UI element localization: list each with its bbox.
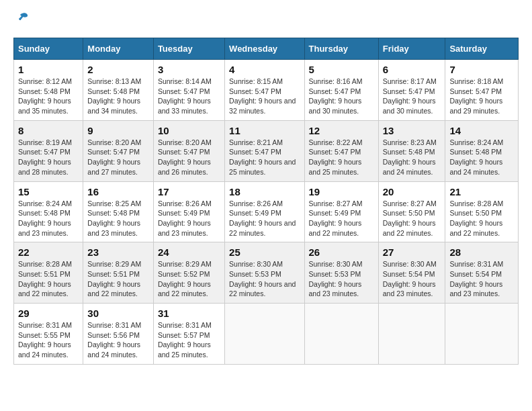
calendar-table: SundayMondayTuesdayWednesdayThursdayFrid… bbox=[13, 38, 519, 365]
day-number: 9 bbox=[87, 125, 149, 136]
day-number: 3 bbox=[158, 64, 220, 75]
day-info: Sunrise: 8:27 AM Sunset: 5:49 PM Dayligh… bbox=[309, 199, 374, 238]
day-number: 11 bbox=[229, 125, 300, 136]
day-number: 14 bbox=[449, 125, 514, 136]
day-info: Sunrise: 8:27 AM Sunset: 5:50 PM Dayligh… bbox=[383, 199, 441, 238]
week-row: 15Sunrise: 8:24 AM Sunset: 5:48 PM Dayli… bbox=[14, 181, 519, 242]
day-info: Sunrise: 8:31 AM Sunset: 5:57 PM Dayligh… bbox=[158, 320, 220, 360]
page-header bbox=[13, 13, 519, 32]
day-number: 6 bbox=[383, 64, 441, 75]
day-number: 7 bbox=[449, 64, 514, 75]
calendar-cell bbox=[225, 304, 304, 365]
week-row: 29Sunrise: 8:31 AM Sunset: 5:55 PM Dayli… bbox=[14, 304, 519, 365]
calendar-cell: 15Sunrise: 8:24 AM Sunset: 5:48 PM Dayli… bbox=[14, 181, 83, 242]
day-info: Sunrise: 8:25 AM Sunset: 5:48 PM Dayligh… bbox=[87, 199, 149, 238]
week-row: 22Sunrise: 8:28 AM Sunset: 5:51 PM Dayli… bbox=[14, 242, 519, 304]
calendar-cell: 17Sunrise: 8:26 AM Sunset: 5:49 PM Dayli… bbox=[153, 181, 224, 242]
day-number: 5 bbox=[309, 64, 374, 75]
day-number: 10 bbox=[158, 125, 220, 136]
day-info: Sunrise: 8:31 AM Sunset: 5:54 PM Dayligh… bbox=[449, 259, 514, 299]
day-info: Sunrise: 8:17 AM Sunset: 5:47 PM Dayligh… bbox=[383, 77, 441, 116]
calendar-cell: 13Sunrise: 8:23 AM Sunset: 5:48 PM Dayli… bbox=[378, 120, 445, 181]
day-number: 26 bbox=[309, 246, 374, 258]
day-info: Sunrise: 8:20 AM Sunset: 5:47 PM Dayligh… bbox=[158, 138, 220, 177]
calendar-body: 1Sunrise: 8:12 AM Sunset: 5:48 PM Daylig… bbox=[14, 60, 519, 365]
column-header-monday: Monday bbox=[83, 38, 154, 60]
day-number: 2 bbox=[87, 64, 149, 75]
day-info: Sunrise: 8:28 AM Sunset: 5:50 PM Dayligh… bbox=[449, 199, 514, 238]
calendar-cell: 14Sunrise: 8:24 AM Sunset: 5:48 PM Dayli… bbox=[445, 120, 519, 181]
day-number: 31 bbox=[158, 308, 220, 319]
calendar-cell: 5Sunrise: 8:16 AM Sunset: 5:47 PM Daylig… bbox=[304, 60, 378, 121]
day-number: 1 bbox=[18, 64, 79, 75]
day-info: Sunrise: 8:31 AM Sunset: 5:55 PM Dayligh… bbox=[18, 320, 79, 360]
day-info: Sunrise: 8:28 AM Sunset: 5:51 PM Dayligh… bbox=[18, 259, 79, 299]
calendar-cell: 23Sunrise: 8:29 AM Sunset: 5:51 PM Dayli… bbox=[83, 242, 154, 304]
day-number: 23 bbox=[87, 246, 149, 258]
calendar-cell: 24Sunrise: 8:29 AM Sunset: 5:52 PM Dayli… bbox=[153, 242, 224, 304]
calendar-cell: 9Sunrise: 8:20 AM Sunset: 5:47 PM Daylig… bbox=[83, 120, 154, 181]
calendar-cell: 20Sunrise: 8:27 AM Sunset: 5:50 PM Dayli… bbox=[378, 181, 445, 242]
column-header-wednesday: Wednesday bbox=[225, 38, 304, 60]
calendar-cell: 10Sunrise: 8:20 AM Sunset: 5:47 PM Dayli… bbox=[153, 120, 224, 181]
day-info: Sunrise: 8:19 AM Sunset: 5:47 PM Dayligh… bbox=[18, 138, 79, 177]
day-info: Sunrise: 8:31 AM Sunset: 5:56 PM Dayligh… bbox=[87, 320, 149, 360]
day-number: 15 bbox=[18, 186, 79, 197]
column-header-tuesday: Tuesday bbox=[153, 38, 224, 60]
calendar-cell: 4Sunrise: 8:15 AM Sunset: 5:47 PM Daylig… bbox=[225, 60, 304, 121]
day-info: Sunrise: 8:18 AM Sunset: 5:47 PM Dayligh… bbox=[449, 77, 514, 116]
day-info: Sunrise: 8:13 AM Sunset: 5:48 PM Dayligh… bbox=[87, 77, 149, 116]
calendar-cell: 12Sunrise: 8:22 AM Sunset: 5:47 PM Dayli… bbox=[304, 120, 378, 181]
calendar-cell: 18Sunrise: 8:26 AM Sunset: 5:49 PM Dayli… bbox=[225, 181, 304, 242]
calendar-cell: 25Sunrise: 8:30 AM Sunset: 5:53 PM Dayli… bbox=[225, 242, 304, 304]
day-number: 8 bbox=[18, 125, 79, 136]
header-row: SundayMondayTuesdayWednesdayThursdayFrid… bbox=[14, 38, 519, 60]
column-header-saturday: Saturday bbox=[445, 38, 519, 60]
calendar-cell bbox=[445, 304, 519, 365]
day-info: Sunrise: 8:22 AM Sunset: 5:47 PM Dayligh… bbox=[309, 138, 374, 177]
day-info: Sunrise: 8:16 AM Sunset: 5:47 PM Dayligh… bbox=[309, 77, 374, 116]
day-info: Sunrise: 8:30 AM Sunset: 5:54 PM Dayligh… bbox=[383, 259, 441, 299]
day-info: Sunrise: 8:21 AM Sunset: 5:47 PM Dayligh… bbox=[229, 138, 300, 177]
logo-bird-icon bbox=[15, 11, 30, 26]
calendar-cell bbox=[378, 304, 445, 365]
day-info: Sunrise: 8:24 AM Sunset: 5:48 PM Dayligh… bbox=[18, 199, 79, 238]
day-info: Sunrise: 8:24 AM Sunset: 5:48 PM Dayligh… bbox=[449, 138, 514, 177]
calendar-cell: 16Sunrise: 8:25 AM Sunset: 5:48 PM Dayli… bbox=[83, 181, 154, 242]
day-info: Sunrise: 8:30 AM Sunset: 5:53 PM Dayligh… bbox=[309, 259, 374, 299]
calendar-cell: 7Sunrise: 8:18 AM Sunset: 5:47 PM Daylig… bbox=[445, 60, 519, 121]
column-header-friday: Friday bbox=[378, 38, 445, 60]
day-number: 13 bbox=[383, 125, 441, 136]
day-number: 30 bbox=[87, 308, 149, 319]
calendar-cell bbox=[304, 304, 378, 365]
column-header-sunday: Sunday bbox=[14, 38, 83, 60]
calendar-cell: 11Sunrise: 8:21 AM Sunset: 5:47 PM Dayli… bbox=[225, 120, 304, 181]
column-header-thursday: Thursday bbox=[304, 38, 378, 60]
day-info: Sunrise: 8:26 AM Sunset: 5:49 PM Dayligh… bbox=[229, 199, 300, 238]
day-number: 17 bbox=[158, 186, 220, 197]
calendar-cell: 2Sunrise: 8:13 AM Sunset: 5:48 PM Daylig… bbox=[83, 60, 154, 121]
calendar-cell: 22Sunrise: 8:28 AM Sunset: 5:51 PM Dayli… bbox=[14, 242, 83, 304]
calendar-cell: 21Sunrise: 8:28 AM Sunset: 5:50 PM Dayli… bbox=[445, 181, 519, 242]
day-number: 21 bbox=[449, 186, 514, 197]
day-number: 16 bbox=[87, 186, 149, 197]
day-number: 29 bbox=[18, 308, 79, 319]
day-info: Sunrise: 8:15 AM Sunset: 5:47 PM Dayligh… bbox=[229, 77, 300, 116]
calendar-cell: 19Sunrise: 8:27 AM Sunset: 5:49 PM Dayli… bbox=[304, 181, 378, 242]
calendar-cell: 27Sunrise: 8:30 AM Sunset: 5:54 PM Dayli… bbox=[378, 242, 445, 304]
calendar-cell: 1Sunrise: 8:12 AM Sunset: 5:48 PM Daylig… bbox=[14, 60, 83, 121]
calendar-cell: 29Sunrise: 8:31 AM Sunset: 5:55 PM Dayli… bbox=[14, 304, 83, 365]
day-number: 12 bbox=[309, 125, 374, 136]
calendar-cell: 8Sunrise: 8:19 AM Sunset: 5:47 PM Daylig… bbox=[14, 120, 83, 181]
calendar-header: SundayMondayTuesdayWednesdayThursdayFrid… bbox=[14, 38, 519, 60]
week-row: 1Sunrise: 8:12 AM Sunset: 5:48 PM Daylig… bbox=[14, 60, 519, 121]
day-info: Sunrise: 8:29 AM Sunset: 5:52 PM Dayligh… bbox=[158, 259, 220, 299]
day-info: Sunrise: 8:29 AM Sunset: 5:51 PM Dayligh… bbox=[87, 259, 149, 299]
day-number: 4 bbox=[229, 64, 300, 75]
day-number: 28 bbox=[449, 246, 514, 258]
day-info: Sunrise: 8:30 AM Sunset: 5:53 PM Dayligh… bbox=[229, 259, 300, 299]
calendar-cell: 26Sunrise: 8:30 AM Sunset: 5:53 PM Dayli… bbox=[304, 242, 378, 304]
day-info: Sunrise: 8:23 AM Sunset: 5:48 PM Dayligh… bbox=[383, 138, 441, 177]
calendar-cell: 6Sunrise: 8:17 AM Sunset: 5:47 PM Daylig… bbox=[378, 60, 445, 121]
day-number: 18 bbox=[229, 186, 300, 197]
